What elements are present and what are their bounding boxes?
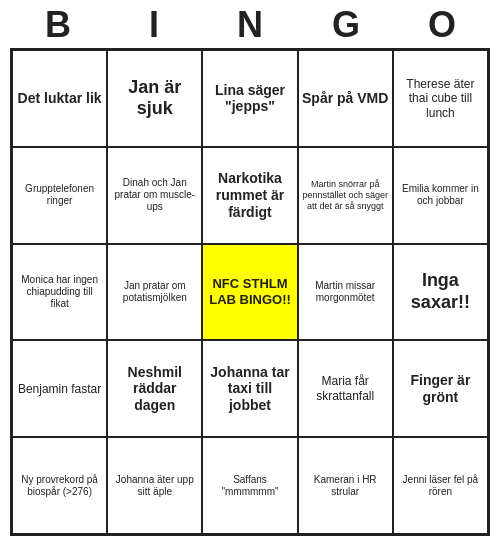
cell-8: Martin snörrar på pennstället och säger … [298,147,393,244]
cell-19: Finger är grönt [393,340,488,437]
cell-1: Jan är sjuk [107,50,202,147]
letter-o: O [398,4,486,46]
cell-7: Narkotika rummet är färdigt [202,147,297,244]
letter-g: G [302,4,390,46]
cell-0: Det luktar lik [12,50,107,147]
cell-17: Johanna tar taxi till jobbet [202,340,297,437]
cell-3: Spår på VMD [298,50,393,147]
cell-10: Monica har ingen chiapudding till fikat [12,244,107,341]
cell-11: Jan pratar om potatismjölken [107,244,202,341]
cell-15: Benjamin fastar [12,340,107,437]
cell-20: Ny provrekord på biospår (>276) [12,437,107,534]
cell-24: Jenni läser fel på rören [393,437,488,534]
cell-21: Johanna äter upp sitt äple [107,437,202,534]
bingo-grid: Det luktar likJan är sjukLina säger "jep… [10,48,490,536]
cell-9: Emilia kommer in och jobbar [393,147,488,244]
cell-16: Neshmil räddar dagen [107,340,202,437]
cell-13: Martin missar morgonmötet [298,244,393,341]
letter-i: I [110,4,198,46]
cell-2: Lina säger "jepps" [202,50,297,147]
letter-n: N [206,4,294,46]
cell-14: Inga saxar!! [393,244,488,341]
cell-12: NFC STHLM LAB BINGO!! [202,244,297,341]
cell-4: Therese äter thai cube till lunch [393,50,488,147]
cell-22: Saffans "mmmmmm" [202,437,297,534]
cell-6: Dinah och Jan pratar om muscle-ups [107,147,202,244]
cell-5: Grupptelefonen ringer [12,147,107,244]
letter-b: B [14,4,102,46]
bingo-header: B I N G O [10,0,490,48]
cell-23: Kameran i HR strular [298,437,393,534]
cell-18: Maria får skrattanfall [298,340,393,437]
